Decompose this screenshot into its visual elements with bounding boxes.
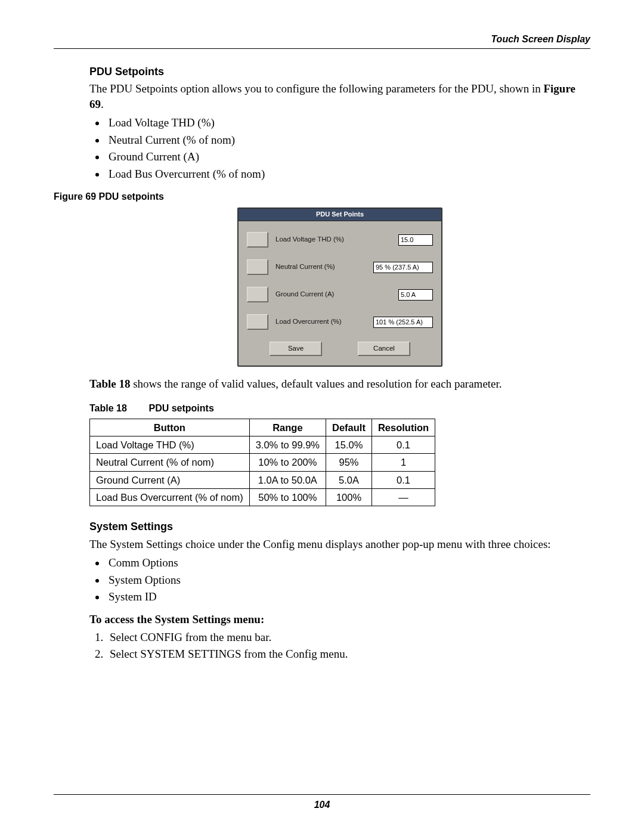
list-item: Select CONFIG from the menu bar. [106,630,590,645]
cell: 1 [371,454,435,471]
col-resolution: Resolution [371,419,435,436]
col-default: Default [326,419,372,436]
access-steps: Select CONFIG from the menu bar. Select … [106,630,590,662]
figure-69: PDU Set Points Load Voltage THD (%) 15.0… [89,208,590,366]
setpoint-row: Ground Current (A) 5.0 A [247,287,433,302]
setpoint-row: Neutral Current (%) 95 % (237.5 A) [247,259,433,275]
rule-bottom [54,794,590,795]
table-pdu-setpoints: Button Range Default Resolution Load Vol… [89,419,435,506]
setpoint-value-field[interactable]: 5.0 A [398,289,433,301]
setpoint-label: Neutral Current (%) [275,262,366,272]
system-settings-bullets: Comm Options System Options System ID [106,555,590,605]
setpoint-label: Load Overcurrent (%) [275,317,366,327]
setpoint-row: Load Voltage THD (%) 15.0 [247,232,433,247]
cell: 1.0A to 50.0A [249,471,326,488]
system-settings-intro: The System Settings choice under the Con… [89,537,590,552]
cell: — [371,488,435,506]
list-item: System Options [106,572,590,588]
setpoint-label: Ground Current (A) [275,290,391,299]
table-header-row: Button Range Default Resolution [90,419,435,436]
cell: 100% [326,488,372,506]
cell: 5.0A [326,471,372,488]
col-button: Button [90,419,250,436]
cell: Neutral Current (% of nom) [90,454,250,471]
edit-box-icon[interactable] [247,314,268,330]
save-button[interactable]: Save [270,342,322,356]
heading-system-settings: System Settings [54,519,590,534]
dialog-body: Load Voltage THD (%) 15.0 Neutral Curren… [239,221,441,366]
cell: Load Voltage THD (%) [90,436,250,454]
content-block: PDU Setpoints The PDU Setpoints option a… [54,49,590,662]
cell: Load Bus Overcurrent (% of nom) [90,488,250,506]
list-item: Load Voltage THD (%) [106,115,590,131]
col-range: Range [249,419,326,436]
cell: 50% to 100% [249,488,326,506]
pdu-intro-text: The PDU Setpoints option allows you to c… [89,82,543,95]
cell: 15.0% [326,436,372,454]
pdu-setpoints-dialog: PDU Set Points Load Voltage THD (%) 15.0… [237,208,442,366]
dialog-button-row: Save Cancel [247,342,433,358]
table-row: Load Bus Overcurrent (% of nom) 50% to 1… [90,488,435,506]
figure-caption: Figure 69 PDU setpoints [54,190,590,203]
cell: Ground Current (A) [90,471,250,488]
cell: 0.1 [371,471,435,488]
table18-intro-text: shows the range of valid values, default… [130,377,501,390]
pdu-bullet-list: Load Voltage THD (%) Neutral Current (% … [106,115,590,182]
list-item: Ground Current (A) [106,149,590,165]
list-item: Load Bus Overcurrent (% of nom) [106,166,590,182]
running-header: Touch Screen Display [54,33,590,46]
pdu-intro: The PDU Setpoints option allows you to c… [89,81,590,112]
setpoint-value-field[interactable]: 101 % (252.5 A) [373,317,433,328]
table-row: Ground Current (A) 1.0A to 50.0A 5.0A 0.… [90,471,435,488]
page-footer: 104 [54,794,590,812]
list-item: Select SYSTEM SETTINGS from the Config m… [106,646,590,662]
edit-box-icon[interactable] [247,287,268,302]
pdu-intro-dot: . [101,98,104,110]
cell: 95% [326,454,372,471]
edit-box-icon[interactable] [247,232,268,247]
cell: 0.1 [371,436,435,454]
list-item: System ID [106,589,590,605]
setpoint-label: Load Voltage THD (%) [275,235,391,244]
cell: 10% to 200% [249,454,326,471]
setpoint-value-field[interactable]: 15.0 [398,234,433,246]
table18-ref: Table 18 [89,377,130,390]
list-item: Neutral Current (% of nom) [106,132,590,148]
access-subheading: To access the System Settings menu: [89,612,590,627]
table-caption-text: PDU setpoints [148,403,213,413]
table18-intro: Table 18 shows the range of valid values… [89,376,590,392]
setpoint-row: Load Overcurrent (%) 101 % (252.5 A) [247,314,433,330]
heading-pdu-setpoints: PDU Setpoints [54,64,590,79]
setpoint-value-field[interactable]: 95 % (237.5 A) [373,262,433,273]
table-row: Load Voltage THD (%) 3.0% to 99.9% 15.0%… [90,436,435,454]
cell: 3.0% to 99.9% [249,436,326,454]
edit-box-icon[interactable] [247,259,268,275]
table-row: Neutral Current (% of nom) 10% to 200% 9… [90,454,435,471]
cancel-button[interactable]: Cancel [358,342,410,356]
table-caption-num: Table 18 [89,402,146,415]
list-item: Comm Options [106,555,590,571]
page: Touch Screen Display PDU Setpoints The P… [0,0,644,833]
page-number: 104 [54,798,590,812]
table-caption: Table 18 PDU setpoints [89,402,590,415]
dialog-title: PDU Set Points [239,209,441,221]
